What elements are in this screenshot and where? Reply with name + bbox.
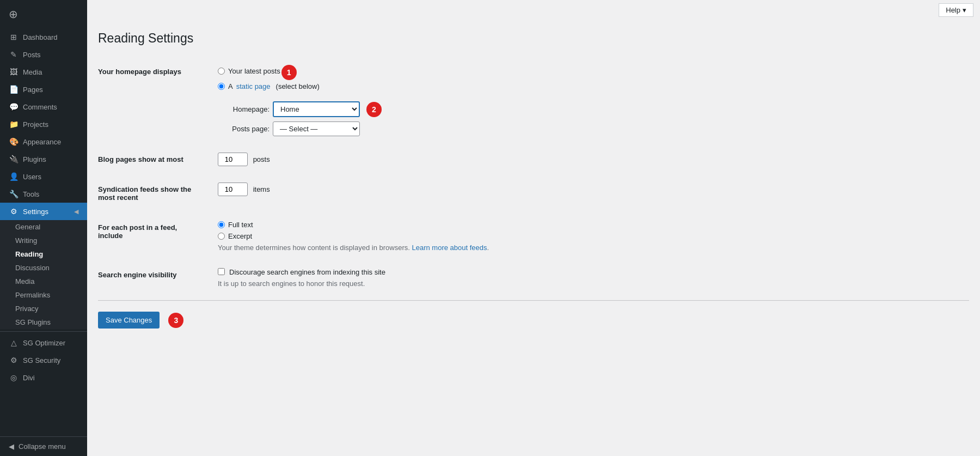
page-content: Reading Settings Your homepage displays [87, 20, 980, 456]
sidebar: ⊕ ⊞ Dashboard ✎ Posts 🖼 Media 📄 Pages 💬 … [0, 0, 87, 456]
homepage-displays-cell: Your latest posts 1 A static page (selec… [218, 57, 969, 144]
sidebar-item-settings[interactable]: ⚙ Settings ◀ [0, 203, 87, 220]
radio-static-a-text: A [228, 82, 233, 90]
radio-excerpt-label[interactable]: Excerpt [218, 232, 969, 240]
radio-static-page[interactable] [218, 83, 225, 90]
pages-icon: 📄 [9, 85, 19, 94]
main-content: Help ▾ Reading Settings Your homepage di… [87, 0, 980, 456]
collapse-menu-button[interactable]: ◀ Collapse menu [0, 436, 87, 456]
sidebar-submenu-item-reading[interactable]: Reading [0, 247, 87, 261]
sidebar-item-label: Divi [23, 374, 35, 382]
sidebar-item-dashboard[interactable]: ⊞ Dashboard [0, 28, 87, 46]
feed-description: Your theme determines how content is dis… [218, 244, 969, 252]
annotation-bubble-1: 1 [281, 65, 297, 80]
sidebar-item-label: Dashboard [23, 33, 58, 41]
radio-latest-posts-text: Your latest posts [228, 67, 280, 75]
sidebar-submenu-item-permalinks[interactable]: Permalinks [0, 288, 87, 302]
page-title: Reading Settings [98, 31, 969, 46]
posts-page-field-label: Posts page: [218, 125, 270, 133]
comments-icon: 💬 [9, 102, 19, 111]
projects-icon: 📁 [9, 120, 19, 129]
sidebar-item-tools[interactable]: 🔧 Tools [0, 185, 87, 203]
sidebar-item-label: Settings [23, 208, 48, 216]
sg-optimizer-icon: △ [9, 338, 19, 347]
sidebar-item-plugins[interactable]: 🔌 Plugins [0, 150, 87, 168]
sidebar-submenu-item-privacy[interactable]: Privacy [0, 302, 87, 315]
sidebar-item-appearance[interactable]: 🎨 Appearance [0, 133, 87, 150]
search-visibility-checkbox-label[interactable]: Discourage search engines from indexing … [218, 268, 969, 276]
divi-icon: ◎ [9, 373, 19, 382]
settings-table: Your homepage displays Your latest posts… [98, 57, 969, 296]
static-page-link[interactable]: static page [236, 82, 271, 90]
syndication-suffix: items [253, 185, 270, 193]
search-visibility-checkbox-text: Discourage search engines from indexing … [229, 268, 385, 276]
learn-more-link[interactable]: Learn more about feeds [412, 244, 487, 252]
sidebar-submenu-item-media[interactable]: Media [0, 275, 87, 288]
blog-pages-row: Blog pages show at most 10 posts [98, 144, 969, 174]
sidebar-item-label: Tools [23, 190, 39, 198]
collapse-icon: ◀ [9, 442, 14, 451]
radio-latest-posts-label[interactable]: Your latest posts [218, 67, 280, 75]
sidebar-item-comments[interactable]: 💬 Comments [0, 98, 87, 115]
sidebar-item-users[interactable]: 👤 Users [0, 168, 87, 185]
search-visibility-cell: Discourage search engines from indexing … [218, 260, 969, 296]
help-arrow-icon: ▾ [963, 6, 966, 14]
homepage-select-row: Homepage: Home About Contact Blog 2 [218, 101, 969, 117]
radio-full-text-label[interactable]: Full text [218, 221, 969, 229]
posts-page-select[interactable]: — Select — Blog News [273, 121, 360, 136]
search-visibility-checkbox[interactable] [218, 268, 225, 275]
sidebar-item-pages[interactable]: 📄 Pages [0, 81, 87, 98]
sidebar-item-label: Appearance [23, 138, 61, 146]
feed-include-cell: Full text Excerpt Your theme determines … [218, 212, 969, 260]
radio-full-text-label-text: Full text [228, 221, 253, 229]
settings-arrow: ◀ [74, 208, 78, 215]
help-button[interactable]: Help ▾ [939, 3, 973, 17]
syndication-row: Syndication feeds show the most recent 1… [98, 174, 969, 212]
blog-pages-input[interactable]: 10 [218, 153, 248, 166]
plugins-icon: 🔌 [9, 155, 19, 163]
feed-include-label: For each post in a feed, include [98, 223, 177, 240]
sidebar-item-label: SG Optimizer [23, 339, 65, 347]
sg-security-icon: ⚙ [9, 356, 19, 364]
annotation-bubble-2: 2 [366, 102, 382, 117]
submit-section: Save Changes 3 [98, 305, 969, 335]
homepage-displays-row: Your homepage displays Your latest posts… [98, 57, 969, 144]
sidebar-submenu-item-discussion[interactable]: Discussion [0, 261, 87, 275]
reading-settings-form: Your homepage displays Your latest posts… [98, 57, 969, 335]
radio-full-text[interactable] [218, 221, 225, 228]
users-icon: 👤 [9, 172, 19, 181]
sidebar-item-sg-optimizer[interactable]: △ SG Optimizer [0, 334, 87, 351]
collapse-label: Collapse menu [19, 442, 66, 451]
homepage-displays-label: Your homepage displays [98, 68, 181, 76]
media-icon: 🖼 [9, 68, 19, 76]
sidebar-submenu-item-general[interactable]: General [0, 220, 87, 234]
sidebar-item-label: Comments [23, 103, 57, 111]
sidebar-item-label: Pages [23, 86, 43, 94]
sidebar-item-posts[interactable]: ✎ Posts [0, 46, 87, 63]
posts-page-select-row: Posts page: — Select — Blog News [218, 121, 969, 136]
radio-latest-posts[interactable] [218, 68, 225, 75]
save-changes-button[interactable]: Save Changes [98, 312, 160, 329]
posts-icon: ✎ [9, 50, 19, 59]
sidebar-item-label: Plugins [23, 155, 46, 163]
sidebar-item-label: Projects [23, 120, 48, 129]
syndication-input[interactable]: 10 [218, 183, 248, 196]
blog-pages-cell: 10 posts [218, 144, 969, 174]
help-label: Help [946, 6, 960, 14]
static-page-suffix: (select below) [276, 82, 320, 90]
radio-excerpt-label-text: Excerpt [228, 232, 252, 240]
sidebar-item-divi[interactable]: ◎ Divi [0, 369, 87, 386]
blog-pages-label: Blog pages show at most [98, 155, 183, 163]
sidebar-item-sg-security[interactable]: ⚙ SG Security [0, 351, 87, 369]
sidebar-submenu-item-writing[interactable]: Writing [0, 234, 87, 247]
sidebar-submenu-item-sgplugins[interactable]: SG Plugins [0, 315, 87, 329]
radio-excerpt[interactable] [218, 233, 225, 240]
sidebar-item-projects[interactable]: 📁 Projects [0, 115, 87, 133]
sidebar-item-media[interactable]: 🖼 Media [0, 63, 87, 81]
homepage-select[interactable]: Home About Contact Blog [273, 101, 360, 117]
sidebar-logo: ⊕ [0, 0, 87, 28]
radio-static-page-label[interactable]: A static page (select below) [218, 82, 320, 90]
sidebar-item-label: Posts [23, 51, 41, 59]
blog-pages-suffix: posts [253, 155, 270, 163]
syndication-label: Syndication feeds show the most recent [98, 185, 191, 202]
